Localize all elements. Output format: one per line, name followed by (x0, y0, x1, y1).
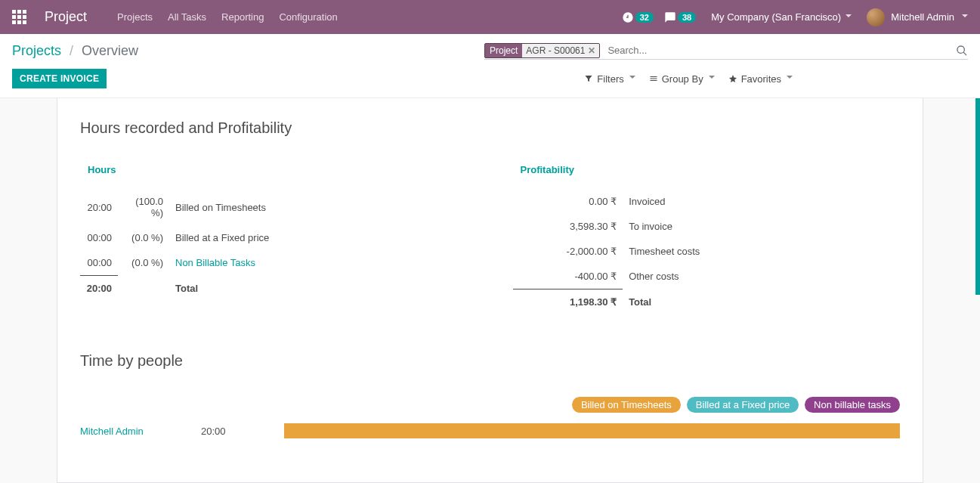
favorites-dropdown[interactable]: Favorites (728, 73, 793, 85)
legend-non-billable[interactable]: Non billable tasks (805, 397, 900, 413)
group-by-dropdown[interactable]: Group By (649, 73, 715, 85)
filters-dropdown[interactable]: Filters (584, 73, 635, 85)
search-input[interactable] (604, 42, 956, 59)
breadcrumb-sep: / (70, 43, 73, 58)
nav-items: Projects All Tasks Reporting Configurati… (117, 11, 338, 23)
search-facet: Project AGR - S00061 ✕ (484, 43, 600, 58)
profitability-header: Profitability (513, 164, 901, 175)
table-row: 00:00 (0.0 %) Non Billable Tasks (80, 250, 275, 276)
search-bar[interactable]: Project AGR - S00061 ✕ (484, 42, 968, 60)
messages-indicator[interactable]: 38 (664, 11, 696, 23)
legend-billed-timesheets[interactable]: Billed on Timesheets (572, 397, 681, 413)
top-nav: Project Projects All Tasks Reporting Con… (0, 0, 980, 34)
people-bar (284, 423, 900, 438)
scrollbar[interactable] (975, 98, 980, 295)
clock-icon (622, 11, 634, 23)
nav-item-projects[interactable]: Projects (117, 11, 153, 23)
nav-item-reporting[interactable]: Reporting (221, 11, 264, 23)
profitability-table: 0.00 ₹ Invoiced 3,598.30 ₹ To invoice -2… (513, 189, 770, 314)
hours-header: Hours (80, 164, 468, 175)
people-row: Mitchell Admin 20:00 (80, 423, 900, 438)
section-title-hours-profitability: Hours recorded and Profitability (80, 119, 900, 137)
company-name: My Company (San Francisco) (711, 11, 841, 23)
app-brand: Project (45, 9, 87, 25)
facet-label: Project (485, 44, 522, 57)
hours-table: 20:00 (100.0 %) Billed on Timesheets 00:… (80, 189, 275, 301)
apps-icon[interactable] (12, 10, 26, 24)
breadcrumb-current: Overview (82, 43, 138, 58)
legend-billed-fixed[interactable]: Billed at a Fixed price (687, 397, 799, 413)
create-invoice-button[interactable]: CREATE INVOICE (12, 69, 107, 88)
breadcrumb-link[interactable]: Projects (12, 43, 61, 58)
table-row: 0.00 ₹ Invoiced (513, 189, 770, 214)
chat-icon (664, 11, 676, 23)
user-name: Mitchell Admin (891, 11, 954, 23)
hours-column: Hours 20:00 (100.0 %) Billed on Timeshee… (80, 164, 468, 314)
nav-item-configuration[interactable]: Configuration (279, 11, 337, 23)
overview-panel: Hours recorded and Profitability Hours 2… (57, 98, 923, 483)
caret-icon (787, 76, 793, 82)
control-panel: Projects / Overview Project AGR - S00061… (0, 34, 980, 98)
table-row: 20:00 (100.0 %) Billed on Timesheets (80, 189, 275, 225)
caret-icon (962, 14, 968, 20)
people-hours: 20:00 (201, 426, 284, 437)
non-billable-link[interactable]: Non Billable Tasks (169, 250, 275, 276)
table-row: -400.00 ₹ Other costs (513, 264, 770, 289)
facet-value: AGR - S00061 (526, 45, 585, 56)
nav-item-all-tasks[interactable]: All Tasks (168, 11, 206, 23)
filter-icon (584, 74, 593, 83)
content-area: Hours recorded and Profitability Hours 2… (0, 98, 980, 483)
activity-count: 32 (635, 12, 654, 23)
legend: Billed on Timesheets Billed at a Fixed p… (80, 397, 900, 413)
caret-icon (709, 76, 715, 82)
hours-total-row: 20:00 Total (80, 276, 275, 302)
facet-remove-icon[interactable]: ✕ (588, 45, 595, 56)
avatar (867, 8, 885, 26)
search-icon[interactable] (956, 45, 968, 57)
table-row: 3,598.30 ₹ To invoice (513, 214, 770, 239)
caret-icon (629, 76, 635, 82)
people-name-link[interactable]: Mitchell Admin (80, 426, 201, 437)
profitability-column: Profitability 0.00 ₹ Invoiced 3,598.30 ₹… (513, 164, 901, 314)
breadcrumb: Projects / Overview (12, 43, 138, 59)
activity-indicator[interactable]: 32 (622, 11, 654, 23)
list-icon (649, 74, 658, 83)
table-row: -2,000.00 ₹ Timesheet costs (513, 239, 770, 264)
messages-count: 38 (678, 12, 696, 23)
section-title-time-by-people: Time by people (80, 352, 900, 370)
profitability-total-row: 1,198.30 ₹ Total (513, 289, 770, 315)
user-menu[interactable]: Mitchell Admin (867, 8, 968, 26)
table-row: 00:00 (0.0 %) Billed at a Fixed price (80, 225, 275, 250)
caret-icon (846, 14, 852, 20)
star-icon (728, 74, 737, 83)
company-switcher[interactable]: My Company (San Francisco) (711, 11, 852, 23)
